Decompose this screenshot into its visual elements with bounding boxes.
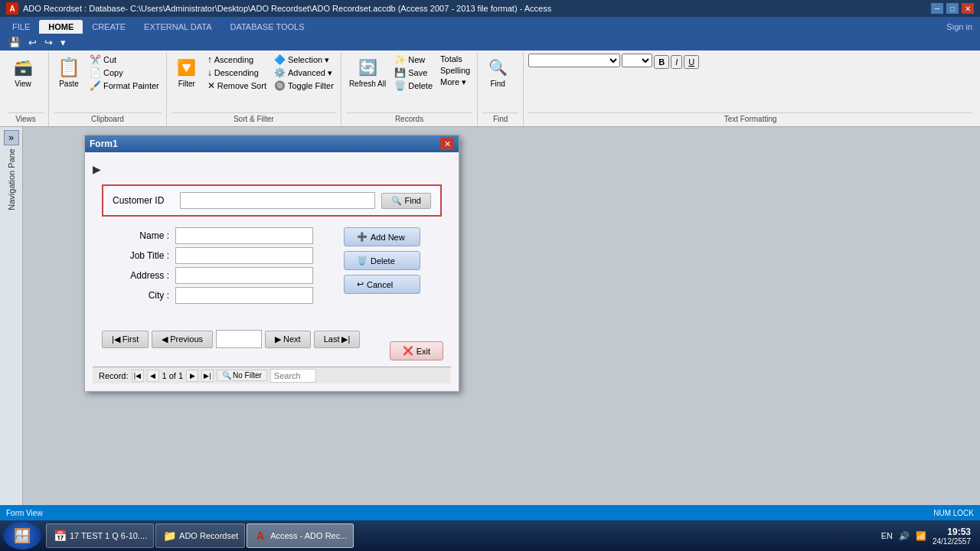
delete-label: Delete bbox=[408, 81, 433, 90]
underline-button[interactable]: U bbox=[684, 55, 699, 69]
nav-pane-label[interactable]: Navigation Pane bbox=[7, 148, 16, 210]
new-record-button[interactable]: ✨ New bbox=[392, 54, 435, 66]
save-record-button[interactable]: 💾 Save bbox=[392, 67, 435, 79]
delete-label: Delete bbox=[371, 256, 395, 266]
record-pointer: ▶ bbox=[93, 160, 451, 178]
sign-in-link[interactable]: Sign in bbox=[939, 20, 980, 34]
no-filter-button[interactable]: 🔍 No Filter bbox=[217, 370, 267, 381]
copy-button[interactable]: 📄 Copy bbox=[87, 67, 162, 79]
font-size-select[interactable] bbox=[622, 54, 652, 67]
add-new-button[interactable]: ➕ Add New bbox=[344, 227, 420, 246]
cut-button[interactable]: ✂️ Cut bbox=[87, 54, 162, 66]
name-label: Name : bbox=[108, 230, 169, 241]
new-record-icon: ✨ bbox=[394, 54, 406, 65]
address-label: Address : bbox=[108, 270, 169, 281]
cancel-button[interactable]: ↩ Cancel bbox=[344, 275, 420, 294]
status-next-btn[interactable]: ▶ bbox=[186, 370, 198, 382]
remove-sort-button[interactable]: ✕ Remove Sort bbox=[205, 80, 269, 92]
undo-quick-btn[interactable]: ↩ bbox=[26, 36, 39, 49]
refresh-all-button[interactable]: 🔄 Refresh All bbox=[346, 54, 389, 90]
quick-access-dropdown[interactable]: ▾ bbox=[58, 36, 68, 49]
tab-external-data[interactable]: EXTERNAL DATA bbox=[135, 20, 220, 34]
advanced-button[interactable]: ⚙️ Advanced ▾ bbox=[272, 67, 336, 79]
taskbar-label-1: ADO Recordset bbox=[179, 531, 238, 540]
font-family-select[interactable] bbox=[528, 54, 620, 67]
save-quick-btn[interactable]: 💾 bbox=[6, 36, 23, 49]
first-label: First bbox=[122, 334, 139, 344]
system-clock[interactable]: 19:53 24/12/2557 bbox=[933, 527, 971, 546]
spelling-button[interactable]: Spelling bbox=[438, 65, 472, 76]
ribbon-group-sort-filter: 🔽 Filter ↑ Ascending ↓ Descending ✕ Remo… bbox=[167, 52, 341, 126]
exit-icon: ❌ bbox=[403, 346, 413, 356]
find-button[interactable]: 🔍 Find bbox=[381, 193, 431, 209]
tab-home[interactable]: HOME bbox=[39, 20, 83, 34]
more-label: More ▾ bbox=[440, 77, 466, 87]
status-first-btn[interactable]: |◀ bbox=[132, 370, 144, 382]
customer-id-input[interactable] bbox=[180, 192, 375, 209]
tab-file[interactable]: FILE bbox=[3, 20, 39, 34]
exit-button[interactable]: ❌ Exit bbox=[390, 341, 443, 360]
find-btn-label: Find bbox=[405, 196, 421, 205]
selection-button[interactable]: 🔷 Selection ▾ bbox=[272, 54, 336, 66]
status-last-btn[interactable]: ▶| bbox=[201, 370, 214, 382]
selection-label: Selection ▾ bbox=[288, 55, 329, 65]
delete-record-icon: 🗑️ bbox=[394, 80, 406, 91]
job-title-input[interactable] bbox=[175, 247, 313, 264]
taskbar-item-0[interactable]: 📅 17 TEST 1 Q 6-10.... bbox=[46, 523, 154, 548]
taskbar-icon-1: 📁 bbox=[162, 529, 176, 543]
status-prev-btn[interactable]: ◀ bbox=[147, 370, 159, 382]
find-icon: 🔍 bbox=[485, 55, 510, 80]
records-group-label: Records bbox=[346, 112, 472, 125]
totals-button[interactable]: Totals bbox=[438, 54, 472, 64]
toggle-filter-button[interactable]: 🔘 Toggle Filter bbox=[272, 80, 336, 92]
more-button[interactable]: More ▾ bbox=[438, 77, 472, 88]
record-number-input[interactable] bbox=[216, 330, 262, 348]
tab-database-tools[interactable]: DATABASE TOOLS bbox=[220, 20, 313, 34]
tab-create[interactable]: CREATE bbox=[83, 20, 135, 34]
taskbar-icon-0: 📅 bbox=[53, 529, 67, 543]
taskbar-item-1[interactable]: 📁 ADO Recordset bbox=[155, 523, 245, 548]
paste-icon: 📋 bbox=[57, 55, 81, 80]
filter-button[interactable]: 🔽 Filter bbox=[172, 54, 202, 90]
maximize-button[interactable]: □ bbox=[946, 3, 959, 14]
form-close-button[interactable]: ✕ bbox=[440, 138, 454, 150]
ribbon-group-views: 🗃️ View Views bbox=[3, 52, 49, 126]
view-button[interactable]: 🗃️ View bbox=[8, 54, 38, 90]
city-label: City : bbox=[108, 290, 169, 301]
first-button[interactable]: |◀ First bbox=[102, 331, 149, 348]
bold-button[interactable]: B bbox=[654, 55, 669, 69]
paste-button[interactable]: 📋 Paste bbox=[54, 54, 84, 90]
ascending-button[interactable]: ↑ Ascending bbox=[205, 54, 269, 66]
volume-icon[interactable]: 🔊 bbox=[899, 531, 910, 541]
delete-record-button[interactable]: 🗑️ Delete bbox=[392, 80, 435, 92]
sort-filter-group-label: Sort & Filter bbox=[172, 112, 336, 125]
descending-button[interactable]: ↓ Descending bbox=[205, 67, 269, 79]
city-input[interactable] bbox=[175, 287, 313, 304]
delete-button[interactable]: 🗑️ Delete bbox=[344, 251, 420, 270]
last-button[interactable]: Last ▶| bbox=[314, 331, 361, 348]
close-button[interactable]: ✕ bbox=[962, 3, 974, 14]
copy-icon: 📄 bbox=[90, 67, 101, 78]
italic-button[interactable]: I bbox=[671, 55, 682, 69]
taskbar-item-2[interactable]: A Access - ADO Rec... bbox=[247, 523, 354, 548]
format-painter-button[interactable]: 🖌️ Format Painter bbox=[87, 80, 162, 92]
minimize-button[interactable]: ─ bbox=[931, 3, 943, 14]
previous-button[interactable]: ◀ Previous bbox=[152, 331, 213, 348]
descending-label: Descending bbox=[214, 68, 259, 77]
next-button[interactable]: ▶ Next bbox=[265, 331, 311, 348]
start-button[interactable]: 🪟 bbox=[3, 522, 41, 549]
filter-icon: 🔽 bbox=[175, 55, 199, 80]
search-input[interactable] bbox=[270, 369, 316, 383]
name-input[interactable] bbox=[175, 227, 313, 244]
redo-quick-btn[interactable]: ↪ bbox=[42, 36, 55, 49]
find-ribbon-button[interactable]: 🔍 Find bbox=[482, 54, 513, 90]
next-icon: ▶ bbox=[275, 334, 281, 344]
clipboard-group-label: Clipboard bbox=[54, 112, 162, 125]
customer-id-label: Customer ID bbox=[113, 195, 174, 206]
prev-icon: ◀ bbox=[162, 334, 168, 344]
address-input[interactable] bbox=[175, 267, 313, 284]
network-icon[interactable]: 📶 bbox=[916, 531, 926, 541]
exit-area: ❌ Exit bbox=[93, 354, 451, 367]
nav-pane-collapse-btn[interactable]: » bbox=[4, 130, 19, 145]
new-label: New bbox=[408, 55, 425, 64]
